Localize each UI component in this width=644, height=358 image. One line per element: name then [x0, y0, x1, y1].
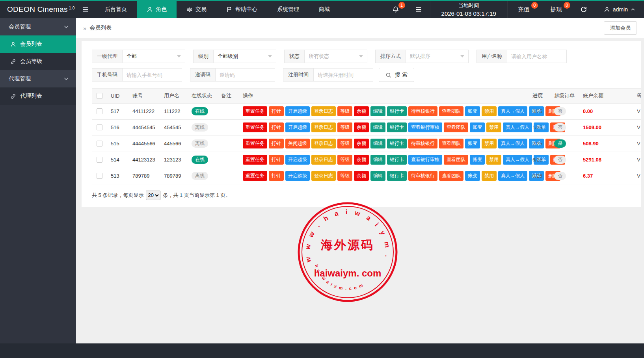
- action-button[interactable]: 禁用: [482, 171, 497, 181]
- sort-select[interactable]: 默认排序: [406, 50, 468, 63]
- add-member-button[interactable]: 添加会员: [604, 21, 637, 35]
- row-checkbox[interactable]: [97, 141, 102, 147]
- action-button[interactable]: 银行卡: [387, 139, 407, 148]
- action-button[interactable]: 余额: [354, 155, 369, 165]
- action-button[interactable]: 等级: [337, 155, 352, 165]
- action-button[interactable]: 编辑: [370, 106, 385, 116]
- action-button[interactable]: 等级: [337, 139, 352, 148]
- withdraw-button[interactable]: 提现 0: [540, 1, 572, 18]
- action-button[interactable]: 账变: [465, 171, 480, 181]
- action-button[interactable]: 等级: [337, 106, 352, 116]
- status-select[interactable]: 所有状态: [305, 50, 367, 63]
- action-button[interactable]: 登录日志: [311, 106, 336, 116]
- nav-item-5[interactable]: 商城: [309, 1, 340, 18]
- username-input[interactable]: [507, 50, 566, 63]
- action-button[interactable]: 银行卡: [387, 122, 407, 132]
- row-checkbox[interactable]: [97, 108, 102, 114]
- action-button[interactable]: 真人→假人: [503, 122, 532, 132]
- action-button[interactable]: 真人→假人: [498, 139, 527, 148]
- sidebar-item-4[interactable]: 代理列表: [0, 87, 76, 105]
- action-button[interactable]: 禁用: [486, 122, 501, 132]
- action-button[interactable]: 余额: [354, 122, 369, 132]
- action-button[interactable]: 开启超级: [285, 106, 310, 116]
- level-select[interactable]: 全部级别: [214, 50, 276, 63]
- action-button[interactable]: 开启超级: [285, 122, 310, 132]
- action-button[interactable]: 登录日志: [311, 155, 336, 165]
- action-button[interactable]: 待审核银行: [408, 106, 437, 116]
- user-menu[interactable]: admin: [595, 1, 644, 18]
- action-button[interactable]: 查看团队: [439, 171, 463, 181]
- per-page-select[interactable]: 20: [146, 191, 160, 200]
- action-button[interactable]: 银行卡: [387, 106, 407, 116]
- action-button[interactable]: 登录日志: [311, 122, 336, 132]
- refresh-button[interactable]: [572, 1, 595, 18]
- invite-code-input[interactable]: [216, 69, 275, 81]
- action-button[interactable]: 余额: [354, 139, 369, 148]
- action-button[interactable]: 登录日志: [311, 139, 336, 148]
- action-button[interactable]: 真人→假人: [498, 171, 527, 181]
- sidebar-item-1[interactable]: 会员列表: [0, 35, 76, 53]
- action-button[interactable]: 打针: [269, 139, 284, 148]
- action-button[interactable]: 查看银行审核: [408, 122, 442, 132]
- action-button[interactable]: 禁用: [482, 139, 497, 148]
- nav-item-0[interactable]: 后台首页: [95, 1, 137, 18]
- action-button[interactable]: 打针: [269, 155, 284, 165]
- sidebar-item-2[interactable]: 会员等级: [0, 53, 76, 70]
- action-button[interactable]: 余额: [354, 171, 369, 181]
- action-button[interactable]: 编辑: [370, 155, 385, 165]
- action-button[interactable]: 余额: [354, 106, 369, 116]
- phone-input[interactable]: [123, 69, 182, 81]
- register-time-input[interactable]: [314, 69, 373, 81]
- select-all-checkbox[interactable]: [97, 93, 102, 99]
- notifications-button[interactable]: 1: [384, 1, 407, 18]
- agent-select[interactable]: 全部: [123, 50, 185, 63]
- action-button[interactable]: 查看团队: [444, 155, 468, 165]
- action-button[interactable]: 账变: [470, 155, 485, 165]
- recharge-button[interactable]: 充值 0: [508, 1, 540, 18]
- nav-item-2[interactable]: 交易: [177, 1, 216, 18]
- action-button[interactable]: 打针: [269, 171, 284, 181]
- action-button[interactable]: 账变: [470, 122, 485, 132]
- action-button[interactable]: 重置任务: [243, 122, 267, 132]
- action-button[interactable]: 重置任务: [243, 139, 267, 148]
- action-button[interactable]: 重置任务: [243, 171, 267, 181]
- action-button[interactable]: 登录日志: [311, 171, 336, 181]
- row-checkbox[interactable]: [97, 124, 102, 130]
- action-button[interactable]: 编辑: [370, 139, 385, 148]
- action-button[interactable]: 编辑: [370, 122, 385, 132]
- nav-item-4[interactable]: 系统管理: [267, 1, 309, 18]
- action-button[interactable]: 等级: [337, 122, 352, 132]
- sidebar-toggle-button[interactable]: [76, 1, 95, 18]
- action-button[interactable]: 账变: [465, 139, 480, 148]
- action-button[interactable]: 等级: [337, 171, 352, 181]
- action-button[interactable]: 银行卡: [387, 155, 407, 165]
- search-button[interactable]: 搜 索: [379, 68, 414, 82]
- list-toggle-button[interactable]: [407, 1, 430, 18]
- action-button[interactable]: 开启超级: [285, 171, 310, 181]
- action-button[interactable]: 银行卡: [387, 171, 407, 181]
- action-button[interactable]: 账变: [465, 106, 480, 116]
- action-button[interactable]: 查看团队: [439, 106, 463, 116]
- action-button[interactable]: 关闭超级: [285, 139, 310, 148]
- action-button[interactable]: 查看团队: [444, 122, 468, 132]
- action-button[interactable]: 打针: [269, 106, 284, 116]
- row-checkbox[interactable]: [97, 157, 102, 163]
- action-button[interactable]: 查看团队: [439, 139, 463, 148]
- sidebar-item-0[interactable]: 会员管理: [0, 18, 76, 35]
- sidebar-item-3[interactable]: 代理管理: [0, 70, 76, 87]
- action-button[interactable]: 重置任务: [243, 155, 267, 165]
- nav-item-3[interactable]: 帮助中心: [216, 1, 267, 18]
- action-button[interactable]: 查看银行审核: [408, 155, 442, 165]
- action-button[interactable]: 开启超级: [285, 155, 310, 165]
- row-checkbox[interactable]: [97, 173, 102, 179]
- action-button[interactable]: 禁用: [482, 106, 497, 116]
- action-button[interactable]: 编辑: [370, 171, 385, 181]
- action-button[interactable]: 重置任务: [243, 106, 267, 116]
- action-button[interactable]: 真人→假人: [503, 155, 532, 165]
- action-button[interactable]: 真人→假人: [498, 106, 527, 116]
- action-button[interactable]: 待审核银行: [408, 171, 437, 181]
- nav-item-1[interactable]: 角色: [137, 1, 177, 18]
- action-button[interactable]: 打针: [269, 122, 284, 132]
- action-button[interactable]: 待审核银行: [408, 139, 437, 148]
- action-button[interactable]: 禁用: [486, 155, 501, 165]
